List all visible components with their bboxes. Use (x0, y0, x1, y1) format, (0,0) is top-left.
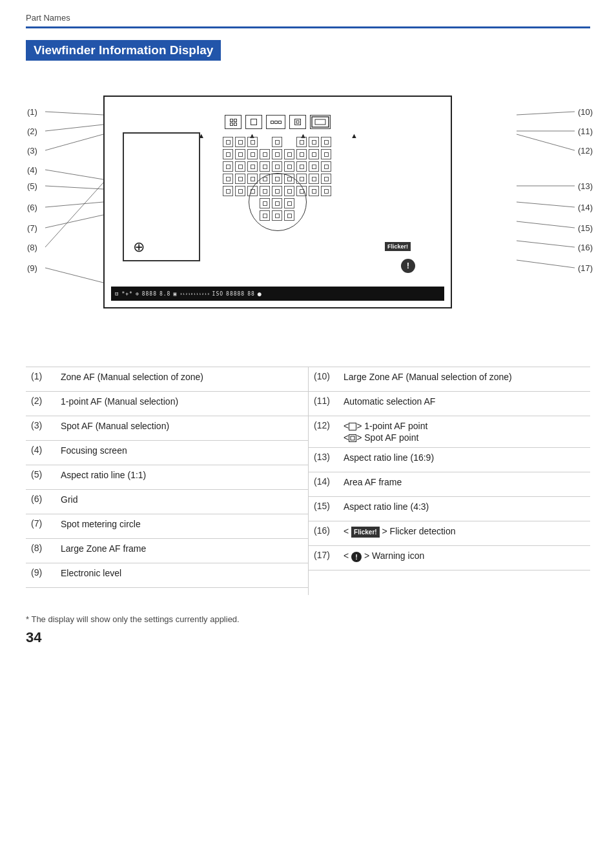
zone-af-icon (225, 115, 241, 129)
diagram-area: (1) (2) (3) (4) (5) (6) (7) (8) (9) (10)… (26, 76, 594, 347)
item-label-15: Aspect ratio line (4:3) (344, 501, 429, 512)
svg-rect-1 (315, 119, 325, 125)
svg-line-16 (517, 221, 575, 228)
svg-line-18 (517, 260, 575, 268)
item-num-9: (9) (31, 567, 56, 578)
part-names-label: Part Names (26, 13, 590, 23)
label-right-13: (13) (578, 181, 593, 191)
item-row-3: (3) Spot AF (Manual selection) (26, 416, 308, 441)
item-row-1: (1) Zone AF (Manual selection of zone) (26, 367, 308, 392)
item-row-4: (4) Focusing screen (26, 441, 308, 465)
label-left-5: (5) (27, 181, 37, 191)
item-row-12: (12) <> 1-point AF point <> Spot AF poin… (309, 416, 590, 448)
items-col-right: (10) Large Zone AF (Manual selection of … (308, 367, 590, 595)
item-num-13: (13) (314, 452, 338, 462)
item-label-5: Aspect ratio line (1:1) (61, 469, 146, 481)
item-num-16: (16) (314, 525, 338, 536)
label-left-4: (4) (27, 165, 37, 175)
item-label-17: < ! > Warning icon (344, 550, 424, 561)
svg-line-6 (45, 186, 103, 189)
item-num-10: (10) (314, 371, 338, 381)
label-right-11: (11) (578, 126, 593, 136)
label-left-7: (7) (27, 223, 37, 233)
square-dot-icon (349, 434, 356, 442)
svg-line-13 (517, 134, 575, 150)
label-right-14: (14) (578, 203, 593, 212)
items-grid: (1) Zone AF (Manual selection of zone) (… (26, 367, 590, 595)
svg-rect-0 (312, 117, 329, 127)
label-right-10: (10) (578, 107, 593, 117)
item-label-2: 1-point AF (Manual selection) (61, 396, 178, 407)
item-row-16: (16) < Flicker! > Flicker detection (309, 521, 590, 546)
label-left-2: (2) (27, 126, 37, 136)
svg-line-7 (45, 202, 103, 207)
af-icons-row (225, 115, 331, 129)
item-row-7: (7) Spot metering circle (26, 514, 308, 539)
item-row-10: (10) Large Zone AF (Manual selection of … (309, 367, 590, 392)
item-row-8: (8) Large Zone AF frame (26, 539, 308, 563)
viewfinder-box: ▲ ▲ ▲ ▲ (103, 96, 452, 308)
flicker-inline-icon: Flicker! (351, 527, 380, 538)
spot-af-icon (289, 115, 306, 129)
item-label-4: Focusing screen (61, 445, 127, 456)
item-label-16: < Flicker! > Flicker detection (344, 525, 456, 538)
warning-icon: ! (401, 257, 415, 273)
person-icon: ⊕ (133, 239, 145, 256)
left-connector-lines (26, 76, 103, 321)
item-label-13: Aspect ratio line (16:9) (344, 452, 434, 463)
page-number: 34 (26, 629, 590, 646)
svg-line-3 (45, 125, 103, 131)
label-right-16: (16) (578, 243, 593, 252)
item-num-6: (6) (31, 494, 56, 504)
item-num-1: (1) (31, 371, 56, 381)
section-title: Viewfinder Information Display (26, 40, 221, 61)
item-label-6: Grid (61, 494, 77, 505)
label-right-17: (17) (578, 263, 593, 273)
label-left-1: (1) (27, 107, 37, 117)
svg-line-5 (45, 170, 103, 179)
item-num-7: (7) (31, 518, 56, 529)
item-label-1: Zone AF (Manual selection of zone) (61, 371, 203, 383)
footnote: * The display will show only the setting… (26, 614, 590, 624)
item-num-3: (3) (31, 420, 56, 430)
svg-line-9 (45, 183, 103, 247)
label-right-12: (12) (578, 146, 593, 156)
label-left-6: (6) (27, 203, 37, 212)
item-label-3: Spot AF (Manual selection) (61, 420, 169, 432)
item-row-13: (13) Aspect ratio line (16:9) (309, 448, 590, 472)
one-point-af-icon (245, 115, 262, 129)
warning-icon-inline: ! (351, 552, 362, 562)
svg-line-2 (45, 112, 103, 115)
flicker-badge: Flicker! (385, 242, 411, 251)
spot-metering-circle (249, 173, 307, 231)
item-row-14: (14) Area AF frame (309, 472, 590, 497)
item-row-6: (6) Grid (26, 490, 308, 514)
label-left-3: (3) (27, 146, 37, 156)
item-label-11: Automatic selection AF (344, 396, 435, 407)
item-num-15: (15) (314, 501, 338, 511)
items-col-left: (1) Zone AF (Manual selection of zone) (… (26, 367, 308, 595)
top-rule (26, 26, 590, 28)
svg-line-8 (45, 215, 103, 228)
item-label-8: Large Zone AF frame (61, 543, 146, 554)
item-row-17: (17) < ! > Warning icon (309, 546, 590, 570)
item-num-5: (5) (31, 469, 56, 479)
svg-line-15 (517, 202, 575, 207)
item-label-14: Area AF frame (344, 476, 402, 488)
item-num-2: (2) (31, 396, 56, 406)
item-label-10: Large Zone AF (Manual selection of zone) (344, 371, 512, 383)
item-num-14: (14) (314, 476, 338, 487)
item-row-5: (5) Aspect ratio line (1:1) (26, 465, 308, 490)
item-label-7: Spot metering circle (61, 518, 141, 530)
auto-af-icon (310, 115, 331, 129)
svg-line-11 (517, 112, 575, 115)
square-icon (349, 423, 356, 430)
item-num-4: (4) (31, 445, 56, 455)
multi-af-icon (266, 115, 285, 129)
svg-line-17 (517, 241, 575, 247)
svg-line-4 (45, 134, 103, 150)
item-num-8: (8) (31, 543, 56, 553)
label-left-9: (9) (27, 263, 37, 273)
svg-line-10 (45, 268, 103, 283)
electronic-level-bar: ⊟ *+* ⊕ 8888 8.8 ▣ ₃₁₂₁₀₁₁₁₂₁₃ ISO 88888… (111, 287, 444, 301)
